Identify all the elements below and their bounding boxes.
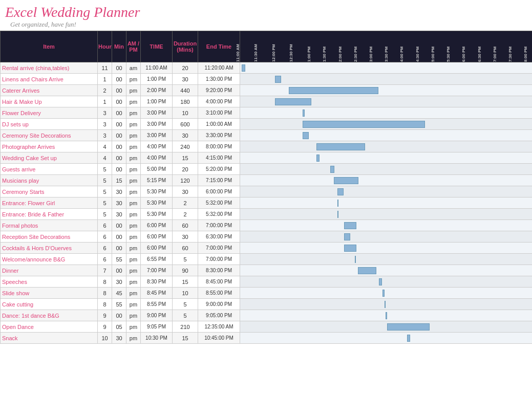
table-row: Entrance: Bride & Father530pm5:30 PM25:3… [1, 209, 533, 220]
min-cell: 00 [112, 164, 126, 175]
end-cell: 9:05:00 PM [198, 310, 240, 321]
gantt-bar [379, 278, 382, 285]
hour-cell: 8 [98, 288, 112, 299]
end-cell: 6:00:00 PM [198, 186, 240, 197]
end-cell: 9:20:00 PM [198, 85, 240, 96]
gantt-cell [240, 276, 533, 288]
ampm-cell: pm [126, 74, 141, 85]
end-cell: 12:35:00 AM [198, 321, 240, 333]
hour-cell: 3 [98, 130, 112, 141]
ampm-cell: am [126, 62, 141, 74]
gantt-cell [240, 164, 533, 175]
header-ampm: AM / PM [126, 31, 141, 62]
hour-cell: 6 [98, 254, 112, 265]
hour-cell: 4 [98, 141, 112, 152]
end-cell: 8:00:00 PM [198, 141, 240, 152]
min-cell: 00 [112, 220, 126, 231]
item-cell: Caterer Arrives [1, 85, 98, 96]
time-cell: 6:55 PM [141, 254, 173, 265]
hour-cell: 4 [98, 152, 112, 164]
ampm-cell: pm [126, 107, 141, 119]
end-cell: 5:20:00 PM [198, 164, 240, 175]
min-cell: 55 [112, 299, 126, 310]
table-row: Open Dance905pm9:05 PM21012:35:00 AM [1, 321, 533, 333]
end-cell: 6:30:00 PM [198, 231, 240, 243]
gantt-bar [275, 98, 312, 105]
item-cell: Entrance: Flower Girl [1, 197, 98, 209]
min-cell: 45 [112, 288, 126, 299]
hour-cell: 5 [98, 175, 112, 186]
dur-cell: 90 [173, 265, 198, 276]
hour-cell: 11 [98, 62, 112, 74]
ampm-cell: pm [126, 231, 141, 243]
end-cell: 8:45:00 PM [198, 276, 240, 288]
ampm-cell: pm [126, 310, 141, 321]
table-row: Snack1030pm10:30 PM1510:45:00 PM [1, 333, 533, 344]
end-cell: 7:15:00 PM [198, 175, 240, 186]
gantt-bar [344, 245, 356, 252]
gantt-time-header: 11:00 AM11:30 AM12:00 PM12:30 PM1:00 PM1… [240, 31, 532, 62]
gantt-time-label: 8:30 PM [516, 47, 532, 62]
hour-cell: 3 [98, 119, 112, 130]
min-cell: 00 [112, 141, 126, 152]
gantt-cell [240, 152, 533, 164]
ampm-cell: pm [126, 254, 141, 265]
ampm-cell: pm [126, 152, 141, 164]
gantt-cell [240, 175, 533, 186]
min-cell: 00 [112, 231, 126, 243]
time-cell: 6:00 PM [141, 231, 173, 243]
item-cell: Hair & Make Up [1, 96, 98, 107]
dur-cell: 60 [173, 243, 198, 254]
table-row: Hair & Make Up100pm1:00 PM1804:00:00 PM [1, 96, 533, 107]
table-row: Flower Delivery300pm3:00 PM103:10:00 PM [1, 107, 533, 119]
end-cell: 4:15:00 PM [198, 152, 240, 164]
time-cell: 7:00 PM [141, 265, 173, 276]
item-cell: Formal photos [1, 220, 98, 231]
ampm-cell: pm [126, 220, 141, 231]
time-cell: 8:30 PM [141, 276, 173, 288]
hour-cell: 2 [98, 85, 112, 96]
item-cell: Cake cutting [1, 299, 98, 310]
item-cell: Ceremony Site Decorations [1, 130, 98, 141]
dur-cell: 20 [173, 62, 198, 74]
item-cell: Photographer Arrives [1, 141, 98, 152]
ampm-cell: pm [126, 186, 141, 197]
time-cell: 5:30 PM [141, 186, 173, 197]
end-cell: 1:00:00 AM [198, 119, 240, 130]
min-cell: 00 [112, 243, 126, 254]
ampm-cell: pm [126, 130, 141, 141]
dur-cell: 180 [173, 96, 198, 107]
ampm-cell: pm [126, 209, 141, 220]
ampm-cell: pm [126, 164, 141, 175]
table-row: Musicians play515pm5:15 PM1207:15:00 PM [1, 175, 533, 186]
gantt-bar [303, 109, 305, 117]
ampm-cell: pm [126, 141, 141, 152]
min-cell: 00 [112, 74, 126, 85]
item-cell: Ceremony Starts [1, 186, 98, 197]
time-cell: 4:00 PM [141, 152, 173, 164]
end-cell: 7:00:00 PM [198, 243, 240, 254]
dur-cell: 600 [173, 119, 198, 130]
time-cell: 9:00 PM [141, 310, 173, 321]
table-row: Formal photos600pm6:00 PM607:00:00 PM [1, 220, 533, 231]
gantt-cell [240, 141, 533, 152]
dur-cell: 240 [173, 141, 198, 152]
end-cell: 1:30:00 PM [198, 74, 240, 85]
table-row: Ceremony Starts530pm5:30 PM306:00:00 PM [1, 186, 533, 197]
item-cell: Entrance: Bride & Father [1, 209, 98, 220]
dur-cell: 30 [173, 231, 198, 243]
item-cell: Open Dance [1, 321, 98, 333]
gantt-cell [240, 299, 533, 310]
dur-cell: 20 [173, 164, 198, 175]
item-cell: DJ sets up [1, 119, 98, 130]
min-cell: 00 [112, 85, 126, 96]
gantt-cell [240, 186, 533, 197]
dur-cell: 15 [173, 152, 198, 164]
gantt-cell [240, 333, 533, 344]
item-cell: Slide show [1, 288, 98, 299]
header-time: TIME [141, 31, 173, 62]
end-cell: 9:00:00 PM [198, 299, 240, 310]
dur-cell: 440 [173, 85, 198, 96]
ampm-cell: pm [126, 96, 141, 107]
min-cell: 00 [112, 119, 126, 130]
